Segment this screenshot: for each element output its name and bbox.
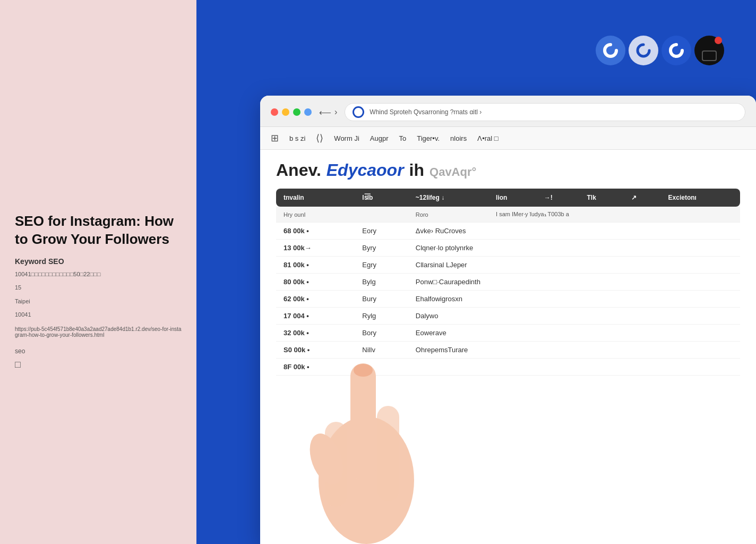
heading-part4: QavAqr°: [429, 165, 476, 179]
table-sub-header: Hry ounI Roro I sam IMer·y ĭudya₁ T003b …: [276, 207, 740, 223]
cell-keyword: Clqner·lo ptolynrke: [408, 240, 740, 257]
table-row: 68 00k • Eory Δvke› RuCroves: [276, 223, 740, 240]
cell-diff: Egry: [355, 257, 408, 274]
cell-keyword: Ehalfowigrosxn: [408, 291, 740, 308]
logo-icon-4: [694, 36, 724, 65]
cell-volume: 81 00k •: [276, 257, 355, 274]
cell-keyword: [408, 359, 740, 376]
red-dot: [715, 37, 722, 44]
article-title: SEO for Instagram: How to Grow Your Foll…: [15, 212, 182, 249]
col-header-1: tnvalin: [276, 189, 355, 207]
heading-part1: Anev.: [276, 160, 321, 180]
address-text: Whind Sproteh Qvsarroning ?rnats αitl ›: [370, 108, 482, 116]
meta-line2: 15: [15, 283, 182, 293]
traffic-lights: [271, 108, 312, 116]
toolbar-item-augpr[interactable]: Augpr: [370, 134, 389, 142]
cell-diff: Eory: [355, 223, 408, 240]
tag-seo: seo: [15, 347, 182, 355]
meta-line3: Taipei: [15, 297, 182, 307]
top-blue-header: [196, 0, 756, 101]
col-header-2: ls͞lb: [355, 189, 408, 207]
browser-window: ⟵ › Whind Sproteh Qvsarroning ?rnats αit…: [260, 96, 756, 544]
logo-icon-3: [662, 36, 691, 65]
toolbar-icon-share[interactable]: ⟨⟩: [316, 132, 323, 144]
col-header-3: ~12lifeg ↓: [408, 189, 488, 207]
close-button[interactable]: [271, 108, 278, 116]
table-header-row: tnvalin ls͞lb ~12lifeg ↓ lion →! Tlk ↗ E…: [276, 189, 740, 207]
cell-keyword: Cllarsinal LJeper: [408, 257, 740, 274]
svg-rect-1: [350, 363, 376, 480]
logo-group: [596, 36, 724, 65]
svg-point-5: [354, 364, 373, 377]
page-heading: Anev. Edycaoor ih QavAqr°: [276, 160, 740, 180]
browser-chrome: ⟵ › Whind Sproteh Qvsarroning ?rnats αit…: [260, 96, 756, 127]
left-panel: SEO for Instagram: How to Grow Your Foll…: [0, 0, 196, 544]
nav-back-forward[interactable]: ⟵ ›: [319, 107, 337, 117]
right-area: ⟵ › Whind Sproteh Qvsarroning ?rnats αit…: [196, 0, 756, 544]
cell-diff: Byry: [355, 240, 408, 257]
sub-header-2: Roro: [408, 207, 488, 223]
address-bar[interactable]: Whind Sproteh Qvsarroning ?rnats αitl ›: [345, 103, 745, 121]
browser-toolbar: ⊞ b s zi ⟨⟩ Worm Ji Augpr To Tiger•v. nl…: [260, 127, 756, 150]
toolbar-item-nloirs[interactable]: nloirs: [450, 134, 467, 142]
cell-keyword: Eowerave: [408, 325, 740, 342]
col-header-7: ↗: [624, 189, 661, 207]
maximize-button[interactable]: [293, 108, 300, 116]
col-header-6: Tlk: [579, 189, 623, 207]
table-row: 13 00k→ Byry Clqner·lo ptolynrke: [276, 240, 740, 257]
cell-keyword: Dalywo: [408, 308, 740, 325]
sub-header-1: Hry ounI: [276, 207, 408, 223]
back-icon[interactable]: ⟵: [319, 107, 331, 117]
sub-header-3: I sam IMer·y ĭudya₁ T003b a: [488, 207, 740, 223]
cell-volume: 68 00k •: [276, 223, 355, 240]
col-header-5: →!: [537, 189, 580, 207]
toolbar-item-aral[interactable]: Ʌ•ral □: [477, 134, 498, 142]
toolbar-icon-home[interactable]: ⊞: [271, 132, 279, 144]
hand-overlay: [292, 278, 441, 544]
article-url: https://pub-5c454f571b8e40a3a2aad27ade84…: [15, 326, 182, 338]
table-row: 81 00k • Egry Cllarsinal LJeper: [276, 257, 740, 274]
heading-part2: Edycaoor: [327, 160, 404, 180]
cell-volume: 13 00k→: [276, 240, 355, 257]
keyword-label: Keyword SEO: [15, 257, 182, 266]
logo-icon-2: [629, 36, 658, 65]
col-header-4: lion: [488, 189, 537, 207]
extra-tab-button[interactable]: [304, 108, 312, 116]
cell-keyword: Δvke› RuCroves: [408, 223, 740, 240]
site-security-icon: [353, 106, 364, 118]
tag-icon: □: [15, 359, 182, 370]
meta-line4: 10041: [15, 310, 182, 320]
toolbar-item-tigev[interactable]: Tiger•v.: [417, 134, 440, 142]
cell-keyword: OhrepemsTurare: [408, 342, 740, 359]
toolbar-item-te[interactable]: To: [399, 134, 406, 142]
heading-part3: ih: [409, 160, 424, 180]
col-header-8: Excietonı: [661, 189, 740, 207]
forward-icon[interactable]: ›: [334, 107, 337, 117]
cell-keyword: Ponw□·Caurapedinth: [408, 274, 740, 291]
meta-line1: 10041□□□□□□□□□□□□50□22□□□: [15, 270, 182, 279]
minimize-button[interactable]: [282, 108, 289, 116]
logo-icon-1: [596, 36, 625, 65]
svg-rect-2: [377, 406, 399, 502]
toolbar-item-1[interactable]: b s zi: [289, 134, 305, 142]
toolbar-item-worm[interactable]: Worm Ji: [334, 134, 359, 142]
